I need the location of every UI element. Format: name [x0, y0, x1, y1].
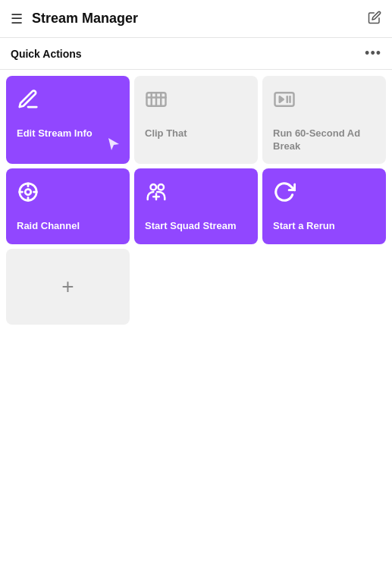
raid-channel-card[interactable]: Raid Channel [6, 168, 130, 244]
header: ☰ Stream Manager [0, 0, 392, 38]
quick-actions-bar: Quick Actions ••• [0, 38, 392, 70]
menu-icon[interactable]: ☰ [11, 11, 23, 27]
cursor-icon [107, 137, 121, 156]
edit-icon[interactable] [368, 11, 381, 27]
svg-point-17 [151, 184, 157, 190]
quick-actions-label: Quick Actions [11, 48, 82, 60]
add-action-card[interactable]: + [6, 249, 130, 325]
raid-channel-label: Raid Channel [17, 220, 119, 233]
start-rerun-card[interactable]: Start a Rerun [262, 168, 386, 244]
quick-actions-grid: Edit Stream Info [0, 70, 392, 331]
run-ad-card[interactable]: Run 60-Second Ad Break [262, 76, 386, 164]
add-icon: + [61, 276, 74, 297]
more-options-button[interactable]: ••• [365, 46, 381, 61]
edit-stream-info-label: Edit Stream Info [17, 127, 119, 140]
squad-icon [145, 181, 247, 212]
run-ad-label: Run 60-Second Ad Break [273, 127, 375, 153]
start-squad-stream-label: Start Squad Stream [145, 220, 247, 233]
rerun-icon [273, 181, 375, 212]
edit-stream-info-card[interactable]: Edit Stream Info [6, 76, 130, 164]
svg-point-18 [158, 184, 165, 190]
raid-icon [17, 181, 119, 212]
start-rerun-label: Start a Rerun [273, 220, 375, 233]
pencil-icon [17, 88, 119, 120]
svg-point-12 [25, 189, 31, 195]
clip-that-label: Clip That [145, 127, 247, 140]
clip-that-card[interactable]: Clip That [134, 76, 258, 164]
start-squad-stream-card[interactable]: Start Squad Stream [134, 168, 258, 244]
page-title: Stream Manager [32, 11, 368, 27]
ad-icon [273, 88, 375, 120]
film-icon [145, 88, 247, 120]
